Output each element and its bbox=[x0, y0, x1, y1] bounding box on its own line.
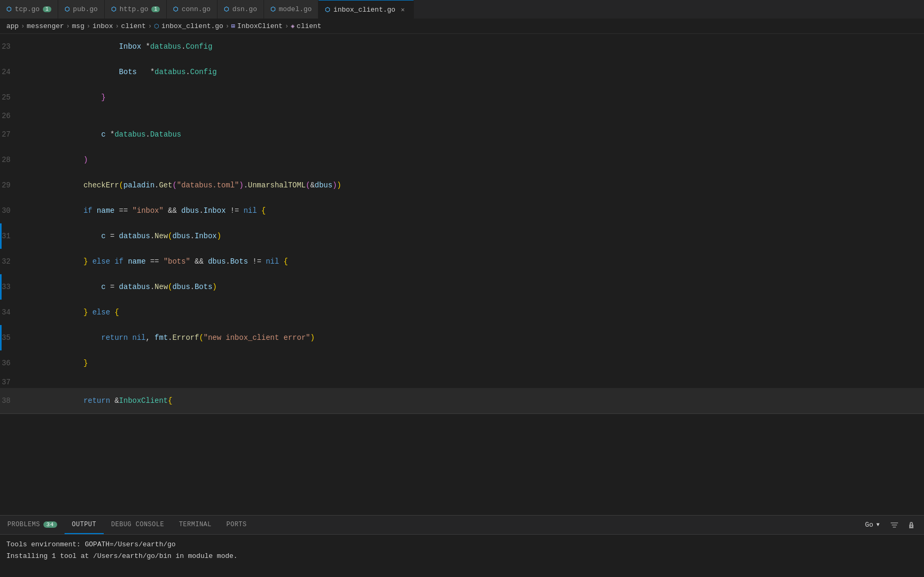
method-icon: ◈ bbox=[291, 22, 294, 30]
go-icon-pub: ⬡ bbox=[65, 6, 70, 13]
code-line-32: 32 } else if name == "bots" && dbus.Bots… bbox=[0, 249, 924, 274]
breadcrumb-client-folder[interactable]: client bbox=[121, 22, 146, 30]
output-line-1: Tools environment: GOPATH=/Users/earth/g… bbox=[6, 539, 918, 551]
bottom-panel: PROBLEMS 34 OUTPUT DEBUG CONSOLE TERMINA… bbox=[0, 515, 924, 577]
panel-tab-debug-label: DEBUG CONSOLE bbox=[111, 521, 164, 528]
svg-rect-0 bbox=[891, 522, 898, 524]
tab-badge-tcp: 1 bbox=[43, 6, 51, 12]
code-line-38: 38 return &InboxClient{ bbox=[0, 388, 924, 414]
breadcrumb-method[interactable]: client bbox=[297, 22, 322, 30]
breadcrumb-messenger[interactable]: messenger bbox=[27, 22, 64, 30]
panel-tab-ports[interactable]: PORTS bbox=[219, 516, 255, 534]
code-line-33: 33 c = databus.New(dbus.Bots) bbox=[0, 274, 924, 300]
breadcrumb-struct[interactable]: InboxClient bbox=[237, 22, 283, 30]
breadcrumb-msg[interactable]: msg bbox=[72, 22, 84, 30]
code-line-34: 34 } else { bbox=[0, 300, 924, 325]
tab-pub[interactable]: ⬡ pub.go bbox=[58, 0, 105, 19]
code-line-27: 27 c *databus.Databus bbox=[0, 122, 924, 147]
go-icon-conn: ⬡ bbox=[173, 6, 178, 13]
tab-label-http: http.go bbox=[120, 5, 149, 13]
tab-bar: ⬡ tcp.go 1 ⬡ pub.go ⬡ http.go 1 ⬡ conn.g… bbox=[0, 0, 924, 19]
code-line-23: 23 Inbox *databus.Config bbox=[0, 34, 924, 59]
tab-conn[interactable]: ⬡ conn.go bbox=[167, 0, 218, 19]
language-label: Go bbox=[865, 521, 873, 529]
tab-model[interactable]: ⬡ model.go bbox=[264, 0, 319, 19]
panel-tab-problems[interactable]: PROBLEMS 34 bbox=[0, 516, 65, 534]
panel-tabs: PROBLEMS 34 OUTPUT DEBUG CONSOLE TERMINA… bbox=[0, 516, 924, 535]
breadcrumb-app[interactable]: app bbox=[6, 22, 19, 30]
output-line-2: Installing 1 tool at /Users/earth/go/bin… bbox=[6, 551, 918, 562]
panel-tab-terminal-label: TERMINAL bbox=[179, 521, 212, 528]
go-icon-dsn: ⬡ bbox=[224, 6, 229, 13]
code-line-36: 36 } bbox=[0, 350, 924, 376]
code-line-29: 29 checkErr(paladin.Get("databus.toml").… bbox=[0, 173, 924, 198]
panel-tab-output-label: OUTPUT bbox=[72, 521, 96, 528]
panel-tab-ports-label: PORTS bbox=[227, 521, 247, 528]
tab-tcp[interactable]: ⬡ tcp.go 1 bbox=[0, 0, 58, 19]
panel-tab-terminal[interactable]: TERMINAL bbox=[171, 516, 219, 534]
svg-rect-1 bbox=[892, 525, 897, 526]
code-line-24: 24 Bots *databus.Config bbox=[0, 59, 924, 85]
code-line-31: 31 c = databus.New(dbus.Inbox) bbox=[0, 223, 924, 249]
language-selector[interactable]: Go ▼ bbox=[860, 520, 884, 530]
tab-label-pub: pub.go bbox=[73, 5, 98, 13]
go-icon-http: ⬡ bbox=[111, 6, 116, 13]
code-line-37: 37 bbox=[0, 376, 924, 387]
panel-tab-debug[interactable]: DEBUG CONSOLE bbox=[104, 516, 171, 534]
chevron-down-icon: ▼ bbox=[876, 522, 880, 528]
tab-label-conn: conn.go bbox=[182, 5, 211, 13]
tab-label-dsn: dsn.go bbox=[232, 5, 257, 13]
tab-close-inbox-client[interactable]: ✕ bbox=[398, 5, 407, 14]
tab-label-inbox-client: inbox_client.go bbox=[333, 6, 395, 14]
code-line-26: 26 bbox=[0, 110, 924, 122]
svg-rect-2 bbox=[893, 527, 896, 528]
tab-label-model: model.go bbox=[279, 5, 312, 13]
panel-tab-problems-label: PROBLEMS bbox=[7, 521, 40, 528]
panel-right-controls: Go ▼ bbox=[860, 519, 924, 531]
code-line-35: 35 return nil, fmt.Errorf("new inbox_cli… bbox=[0, 325, 924, 350]
code-editor: 23 Inbox *databus.Config 24 Bots *databu… bbox=[0, 34, 924, 515]
tab-http[interactable]: ⬡ http.go 1 bbox=[105, 0, 167, 19]
struct-icon: ⊞ bbox=[231, 22, 235, 30]
tab-inbox-client[interactable]: ⬡ inbox_client.go ✕ bbox=[319, 0, 414, 19]
lock-scroll-button[interactable] bbox=[905, 519, 918, 531]
problems-badge: 34 bbox=[43, 521, 57, 528]
code-line-30: 30 if name == "inbox" && dbus.Inbox != n… bbox=[0, 198, 924, 223]
breadcrumb-inbox[interactable]: inbox bbox=[93, 22, 113, 30]
tab-badge-http: 1 bbox=[151, 6, 160, 12]
tab-label-tcp: tcp.go bbox=[15, 5, 40, 13]
code-line-28: 28 ) bbox=[0, 147, 924, 173]
breadcrumb: app › messenger › msg › inbox › client ›… bbox=[0, 19, 924, 34]
filter-lines-button[interactable] bbox=[888, 519, 901, 531]
tab-dsn[interactable]: ⬡ dsn.go bbox=[218, 0, 264, 19]
code-line-25: 25 } bbox=[0, 85, 924, 110]
output-content: Tools environment: GOPATH=/Users/earth/g… bbox=[0, 535, 924, 577]
code-content: 23 Inbox *databus.Config 24 Bots *databu… bbox=[0, 34, 924, 515]
breadcrumb-file[interactable]: inbox_client.go bbox=[161, 22, 223, 30]
panel-tab-output[interactable]: OUTPUT bbox=[65, 516, 104, 534]
go-icon-tcp: ⬡ bbox=[6, 6, 12, 13]
go-icon-inbox-client: ⬡ bbox=[325, 6, 330, 13]
go-icon-model: ⬡ bbox=[270, 6, 276, 13]
